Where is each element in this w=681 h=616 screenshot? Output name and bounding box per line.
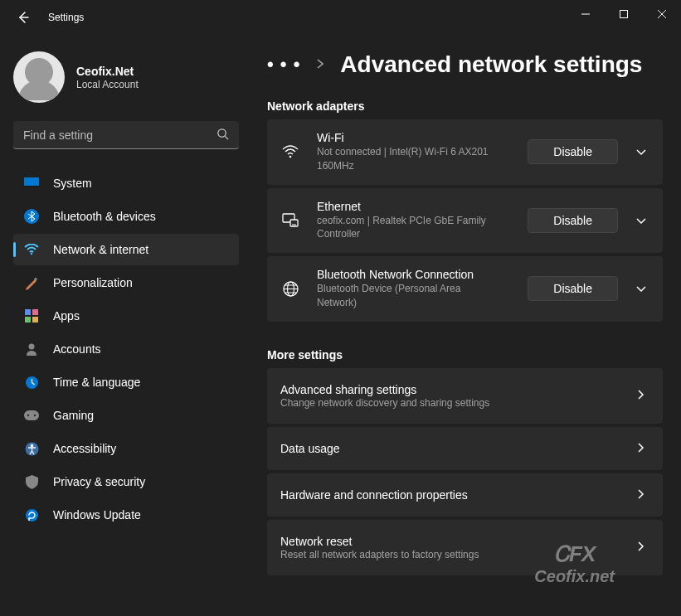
sidebar-item-privacy[interactable]: Privacy & security	[13, 466, 239, 497]
row-advanced-sharing[interactable]: Advanced sharing settings Change network…	[267, 368, 663, 424]
close-button[interactable]	[643, 0, 681, 28]
minimize-icon	[581, 10, 590, 18]
sidebar-item-apps[interactable]: Apps	[13, 300, 239, 332]
search-box[interactable]	[13, 121, 239, 149]
system-icon	[23, 175, 40, 192]
section-heading-adapters: Network adapters	[267, 99, 663, 113]
row-network-reset[interactable]: Network reset Reset all network adapters…	[267, 520, 663, 575]
svg-rect-7	[24, 186, 39, 187]
wifi-icon	[23, 241, 40, 258]
nav-label: Accessibility	[53, 442, 116, 455]
privacy-icon	[23, 473, 40, 490]
profile-sub: Local Account	[76, 79, 139, 90]
globe-icon	[280, 281, 300, 297]
adapter-title: Wi-Fi	[317, 131, 528, 144]
row-hardware-properties[interactable]: Hardware and connection properties	[267, 473, 663, 517]
sidebar-item-bluetooth[interactable]: Bluetooth & devices	[13, 201, 239, 232]
back-button[interactable]	[15, 9, 32, 26]
nav-label: Accounts	[53, 342, 101, 356]
sidebar-item-system[interactable]: System	[13, 167, 239, 199]
ethernet-icon	[280, 213, 300, 228]
avatar	[13, 51, 65, 103]
adapter-card-ethernet: Ethernet ceofix.com | Realtek PCIe GbE F…	[267, 188, 663, 254]
row-title: Network reset	[280, 535, 633, 548]
accessibility-icon	[23, 440, 40, 457]
expand-button[interactable]	[633, 214, 649, 227]
content-area: • • • Advanced network settings Network …	[249, 35, 681, 616]
sidebar: Ceofix.Net Local Account System Bluetoot…	[0, 35, 249, 616]
minimize-button[interactable]	[567, 0, 605, 28]
gaming-icon	[23, 407, 40, 424]
back-arrow-icon	[17, 11, 30, 24]
sidebar-item-accessibility[interactable]: Accessibility	[13, 433, 239, 464]
svg-rect-17	[24, 410, 39, 420]
page-title: Advanced network settings	[340, 51, 642, 78]
nav-label: Time & language	[53, 376, 140, 389]
sidebar-item-network[interactable]: Network & internet	[13, 234, 239, 265]
maximize-button[interactable]	[605, 0, 643, 28]
adapter-card-bluetooth: Bluetooth Network Connection Bluetooth D…	[267, 256, 663, 322]
chevron-right-icon	[633, 442, 649, 455]
adapter-sub: Bluetooth Device (Personal Area Network)	[317, 282, 499, 310]
disable-button[interactable]: Disable	[528, 139, 618, 164]
svg-rect-13	[25, 317, 31, 323]
chevron-down-icon	[636, 286, 646, 293]
window-controls	[567, 0, 681, 28]
svg-rect-11	[25, 309, 31, 315]
chevron-down-icon	[636, 149, 646, 156]
expand-button[interactable]	[633, 282, 649, 295]
nav-list: System Bluetooth & devices Network & int…	[13, 167, 239, 531]
row-sub: Reset all network adapters to factory se…	[280, 549, 633, 560]
disable-button[interactable]: Disable	[528, 276, 618, 301]
row-title: Hardware and connection properties	[280, 488, 633, 502]
time-icon	[23, 374, 40, 390]
adapter-sub: ceofix.com | Realtek PCIe GbE Family Con…	[317, 214, 499, 242]
row-title: Data usage	[280, 442, 633, 455]
sidebar-item-gaming[interactable]: Gaming	[13, 400, 239, 431]
personalization-icon	[23, 274, 40, 291]
chevron-right-icon	[633, 541, 649, 554]
maximize-icon	[620, 10, 628, 18]
svg-rect-12	[32, 309, 38, 315]
nav-label: Personalization	[53, 276, 133, 289]
user-profile[interactable]: Ceofix.Net Local Account	[13, 51, 239, 103]
svg-point-19	[34, 415, 36, 416]
chevron-right-icon	[317, 57, 323, 72]
breadcrumb-more-button[interactable]: • • •	[267, 54, 300, 75]
row-title: Advanced sharing settings	[280, 383, 633, 396]
titlebar: Settings	[0, 0, 681, 35]
search-input[interactable]	[23, 129, 216, 142]
svg-point-21	[30, 444, 33, 447]
adapter-card-wifi: Wi-Fi Not connected | Intel(R) Wi-Fi 6 A…	[267, 119, 663, 185]
svg-line-5	[225, 136, 228, 139]
nav-label: Bluetooth & devices	[53, 210, 156, 223]
nav-label: System	[53, 177, 92, 190]
sidebar-item-time[interactable]: Time & language	[13, 366, 239, 398]
svg-rect-14	[32, 317, 38, 323]
chevron-right-icon	[633, 389, 649, 402]
svg-rect-25	[290, 220, 298, 226]
section-heading-more: More settings	[267, 348, 663, 361]
svg-point-15	[29, 344, 35, 350]
sidebar-item-update[interactable]: Windows Update	[13, 499, 239, 531]
row-data-usage[interactable]: Data usage	[267, 427, 663, 470]
sidebar-item-personalization[interactable]: Personalization	[13, 267, 239, 298]
chevron-right-icon	[633, 488, 649, 502]
nav-label: Windows Update	[53, 508, 141, 521]
close-icon	[658, 10, 666, 18]
breadcrumb: • • • Advanced network settings	[267, 51, 663, 78]
svg-rect-1	[620, 11, 628, 18]
disable-button[interactable]: Disable	[528, 208, 618, 233]
accounts-icon	[23, 341, 40, 357]
svg-point-23	[289, 156, 292, 158]
nav-label: Privacy & security	[53, 475, 145, 488]
svg-point-4	[218, 129, 226, 136]
wifi-icon	[280, 145, 300, 158]
chevron-down-icon	[636, 218, 646, 225]
bluetooth-icon	[23, 208, 40, 225]
expand-button[interactable]	[633, 145, 649, 158]
adapter-sub: Not connected | Intel(R) Wi-Fi 6 AX201 1…	[317, 145, 499, 173]
nav-label: Network & internet	[53, 243, 148, 256]
sidebar-item-accounts[interactable]: Accounts	[13, 333, 239, 365]
nav-label: Gaming	[53, 409, 94, 422]
